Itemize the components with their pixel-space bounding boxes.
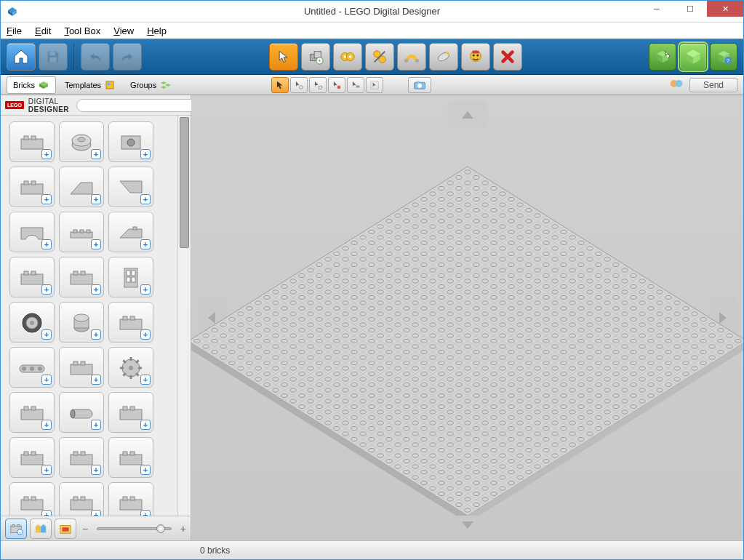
- brick-category-arch[interactable]: +: [9, 212, 55, 252]
- shape-select-tool[interactable]: [347, 77, 364, 93]
- brick-category-brick-basic[interactable]: +: [9, 121, 55, 162]
- save-button[interactable]: [39, 43, 68, 71]
- invert-select-tool[interactable]: [366, 77, 383, 93]
- brick-category-tube[interactable]: +: [59, 392, 104, 433]
- tab-templates[interactable]: Templates: [59, 77, 121, 93]
- menu-edit[interactable]: Edit: [35, 25, 51, 36]
- brick-category-brick-long[interactable]: +: [9, 167, 55, 207]
- add-badge-icon: +: [91, 149, 101, 159]
- view-mode-button[interactable]: [679, 43, 707, 71]
- brick-category-gear[interactable]: +: [108, 347, 153, 388]
- filter-color-button[interactable]: [30, 519, 52, 539]
- home-button[interactable]: [7, 43, 36, 71]
- brick-category-minifig-part[interactable]: +: [59, 437, 104, 478]
- filter-set-button[interactable]: [55, 519, 76, 539]
- add-badge-icon: +: [41, 465, 52, 475]
- svg-rect-67: [133, 227, 137, 230]
- brick-category-panel[interactable]: +: [59, 257, 104, 297]
- brick-category-tile-clip[interactable]: +: [9, 257, 55, 297]
- brick-category-pin[interactable]: +: [59, 347, 104, 388]
- svg-rect-4: [49, 57, 56, 62]
- send-button[interactable]: Send: [689, 78, 737, 92]
- brick-category-wheel[interactable]: +: [9, 302, 55, 343]
- brick-category-slope[interactable]: +: [59, 167, 104, 207]
- svg-rect-87: [130, 316, 135, 320]
- connected-select-tool[interactable]: [309, 77, 327, 93]
- svg-line-100: [123, 373, 126, 376]
- brick-category-gear-large[interactable]: +: [59, 482, 104, 516]
- brick-category-wedge-plate[interactable]: +: [108, 212, 153, 252]
- svg-point-16: [415, 59, 419, 63]
- svg-rect-76: [132, 271, 135, 276]
- svg-marker-41: [161, 86, 167, 89]
- orbit-up-button[interactable]: [447, 101, 488, 129]
- brick-category-plate-mod[interactable]: +: [9, 482, 55, 516]
- flex-tool[interactable]: [397, 43, 426, 71]
- digital-designer-label: DIGITAL DESIGNER: [28, 97, 69, 113]
- close-button[interactable]: ✕: [707, 1, 743, 17]
- select-tool[interactable]: [269, 43, 298, 71]
- screenshot-tool[interactable]: [408, 77, 431, 93]
- menu-file[interactable]: File: [7, 25, 22, 36]
- color-select-tool[interactable]: [328, 77, 345, 93]
- brick-category-technic-brick[interactable]: +: [108, 302, 153, 343]
- menu-toolbox[interactable]: Tool Box: [64, 25, 100, 36]
- tab-bricks[interactable]: Bricks: [7, 76, 56, 94]
- zoom-minus-icon[interactable]: −: [82, 523, 88, 535]
- build-viewport[interactable]: [191, 95, 743, 540]
- hinge-align-tool[interactable]: [365, 43, 394, 71]
- brick-category-liftarm[interactable]: +: [9, 347, 55, 388]
- brick-category-beam-frame[interactable]: +: [108, 392, 153, 433]
- palette-scrollbar[interactable]: [177, 116, 191, 516]
- svg-point-59: [127, 139, 135, 146]
- svg-rect-118: [81, 452, 85, 455]
- paint-tool[interactable]: [429, 43, 458, 71]
- zoom-slider[interactable]: [97, 527, 172, 530]
- multi-select-tool[interactable]: [290, 77, 308, 93]
- brick-category-door[interactable]: +: [108, 257, 153, 297]
- zoom-slider-thumb[interactable]: [156, 524, 165, 533]
- scrollbar-thumb[interactable]: [180, 117, 189, 248]
- toolbar-separator: [73, 43, 75, 71]
- svg-rect-66: [87, 230, 90, 233]
- add-badge-icon: +: [91, 375, 101, 385]
- menu-view[interactable]: View: [113, 25, 134, 36]
- redo-button[interactable]: [113, 43, 142, 71]
- brick-category-curved-panel[interactable]: +: [9, 392, 55, 433]
- undo-button[interactable]: [81, 43, 110, 71]
- brick-category-cylinder[interactable]: +: [59, 302, 104, 343]
- svg-point-96: [129, 366, 133, 370]
- svg-rect-137: [41, 526, 46, 532]
- filter-bricks-button[interactable]: +: [5, 519, 27, 539]
- add-badge-icon: +: [91, 465, 101, 475]
- delete-tool[interactable]: [493, 43, 522, 71]
- brick-category-bar-claw[interactable]: +: [9, 437, 55, 478]
- hinge-tool[interactable]: [333, 43, 362, 71]
- svg-rect-111: [123, 407, 127, 410]
- send-label: Send: [703, 80, 724, 90]
- single-select-tool[interactable]: [271, 77, 289, 93]
- building-guide-mode-button[interactable]: ?: [710, 43, 737, 71]
- minimize-button[interactable]: ─: [640, 1, 673, 17]
- zoom-plus-icon[interactable]: +: [180, 523, 186, 535]
- svg-point-90: [30, 367, 34, 371]
- maximize-button[interactable]: ☐: [673, 1, 707, 17]
- svg-text:?: ?: [727, 58, 729, 63]
- brick-category-slope-inverted[interactable]: +: [108, 167, 153, 207]
- svg-rect-113: [21, 455, 43, 465]
- tab-groups[interactable]: Groups: [124, 77, 177, 93]
- build-mode-button[interactable]: [649, 43, 676, 71]
- brick-category-ring-frame[interactable]: +: [108, 437, 153, 478]
- brick-search-input[interactable]: [76, 99, 201, 112]
- brick-category-plate[interactable]: +: [59, 212, 104, 252]
- hide-tool[interactable]: [461, 43, 490, 71]
- svg-point-48: [417, 83, 422, 87]
- svg-rect-71: [71, 274, 92, 284]
- brick-category-brick-round[interactable]: +: [59, 121, 104, 162]
- brick-category-brick-technic-hole[interactable]: +: [108, 121, 153, 162]
- brick-category-misc[interactable]: +: [108, 482, 153, 516]
- menu-help[interactable]: Help: [147, 25, 167, 36]
- svg-rect-132: [12, 524, 15, 527]
- clone-tool[interactable]: +: [301, 43, 330, 71]
- svg-rect-119: [120, 455, 142, 465]
